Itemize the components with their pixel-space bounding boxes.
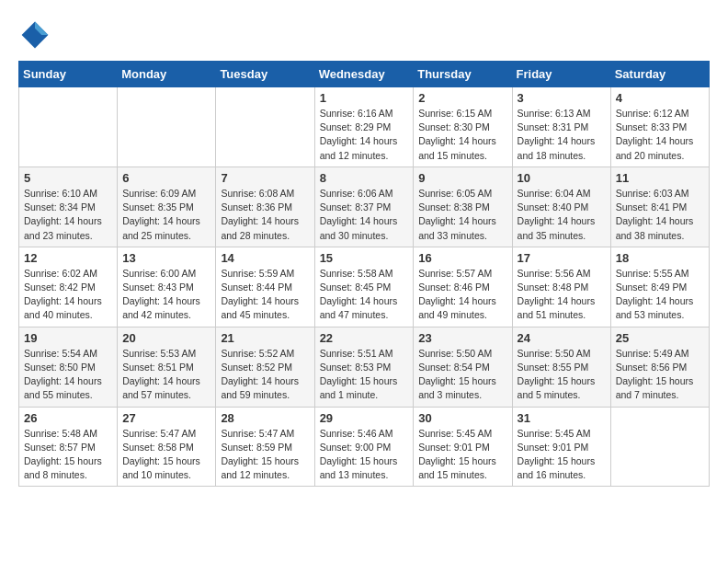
day-info: Sunrise: 6:12 AMSunset: 8:33 PMDaylight:… (616, 107, 704, 163)
day-info: Sunrise: 6:03 AMSunset: 8:41 PMDaylight:… (616, 187, 704, 243)
day-header-friday: Friday (512, 62, 610, 87)
day-number: 4 (616, 91, 704, 105)
day-info: Sunrise: 5:59 AMSunset: 8:44 PMDaylight:… (221, 267, 309, 323)
calendar-cell: 10Sunrise: 6:04 AMSunset: 8:40 PMDayligh… (512, 167, 610, 247)
day-number: 3 (518, 91, 606, 105)
day-header-wednesday: Wednesday (314, 62, 414, 87)
day-info: Sunrise: 5:48 AMSunset: 8:57 PMDaylight:… (24, 427, 112, 483)
calendar-cell: 5Sunrise: 6:10 AMSunset: 8:34 PMDaylight… (19, 167, 118, 247)
day-info: Sunrise: 5:47 AMSunset: 8:58 PMDaylight:… (122, 427, 210, 483)
calendar-cell: 17Sunrise: 5:56 AMSunset: 8:48 PMDayligh… (512, 247, 610, 327)
day-number: 2 (418, 91, 506, 105)
calendar-cell: 3Sunrise: 6:13 AMSunset: 8:31 PMDaylight… (512, 87, 610, 167)
logo-icon (18, 18, 51, 52)
day-info: Sunrise: 6:06 AMSunset: 8:37 PMDaylight:… (320, 187, 409, 243)
day-info: Sunrise: 5:47 AMSunset: 8:59 PMDaylight:… (221, 427, 309, 483)
calendar-cell: 12Sunrise: 6:02 AMSunset: 8:42 PMDayligh… (19, 247, 118, 327)
day-info: Sunrise: 5:57 AMSunset: 8:46 PMDaylight:… (418, 267, 506, 323)
day-info: Sunrise: 5:56 AMSunset: 8:48 PMDaylight:… (518, 267, 606, 323)
day-number: 1 (320, 91, 409, 105)
day-info: Sunrise: 5:50 AMSunset: 8:54 PMDaylight:… (418, 347, 506, 403)
day-header-monday: Monday (118, 62, 216, 87)
calendar-cell: 20Sunrise: 5:53 AMSunset: 8:51 PMDayligh… (118, 327, 216, 407)
day-info: Sunrise: 6:05 AMSunset: 8:38 PMDaylight:… (418, 187, 506, 243)
day-number: 11 (616, 171, 704, 185)
calendar-week-1: 1Sunrise: 6:16 AMSunset: 8:29 PMDaylight… (19, 87, 710, 167)
day-number: 10 (518, 171, 606, 185)
day-number: 25 (616, 331, 704, 345)
day-info: Sunrise: 6:15 AMSunset: 8:30 PMDaylight:… (418, 107, 506, 163)
calendar-cell: 2Sunrise: 6:15 AMSunset: 8:30 PMDaylight… (414, 87, 512, 167)
day-number: 16 (418, 251, 506, 265)
calendar-cell: 4Sunrise: 6:12 AMSunset: 8:33 PMDaylight… (610, 87, 709, 167)
day-number: 29 (320, 411, 409, 425)
calendar-cell (216, 87, 314, 167)
day-number: 21 (221, 331, 309, 345)
day-info: Sunrise: 5:45 AMSunset: 9:01 PMDaylight:… (518, 427, 606, 483)
day-number: 12 (24, 251, 112, 265)
day-info: Sunrise: 6:16 AMSunset: 8:29 PMDaylight:… (320, 107, 409, 163)
day-info: Sunrise: 5:46 AMSunset: 9:00 PMDaylight:… (320, 427, 409, 483)
day-info: Sunrise: 5:50 AMSunset: 8:55 PMDaylight:… (518, 347, 606, 403)
day-info: Sunrise: 5:53 AMSunset: 8:51 PMDaylight:… (122, 347, 210, 403)
day-number: 27 (122, 411, 210, 425)
calendar-cell: 18Sunrise: 5:55 AMSunset: 8:49 PMDayligh… (610, 247, 709, 327)
calendar-week-4: 19Sunrise: 5:54 AMSunset: 8:50 PMDayligh… (19, 327, 710, 407)
day-info: Sunrise: 6:08 AMSunset: 8:36 PMDaylight:… (221, 187, 309, 243)
day-info: Sunrise: 6:04 AMSunset: 8:40 PMDaylight:… (518, 187, 606, 243)
calendar-cell: 19Sunrise: 5:54 AMSunset: 8:50 PMDayligh… (19, 327, 118, 407)
day-info: Sunrise: 6:10 AMSunset: 8:34 PMDaylight:… (24, 187, 112, 243)
day-number: 6 (122, 171, 210, 185)
day-number: 23 (418, 331, 506, 345)
calendar-cell: 9Sunrise: 6:05 AMSunset: 8:38 PMDaylight… (414, 167, 512, 247)
day-info: Sunrise: 5:52 AMSunset: 8:52 PMDaylight:… (221, 347, 309, 403)
day-info: Sunrise: 5:49 AMSunset: 8:56 PMDaylight:… (616, 347, 704, 403)
calendar-cell: 25Sunrise: 5:49 AMSunset: 8:56 PMDayligh… (610, 327, 709, 407)
day-info: Sunrise: 6:09 AMSunset: 8:35 PMDaylight:… (122, 187, 210, 243)
calendar-cell: 23Sunrise: 5:50 AMSunset: 8:54 PMDayligh… (414, 327, 512, 407)
day-number: 20 (122, 331, 210, 345)
day-header-sunday: Sunday (19, 62, 118, 87)
day-header-saturday: Saturday (610, 62, 709, 87)
calendar-cell: 11Sunrise: 6:03 AMSunset: 8:41 PMDayligh… (610, 167, 709, 247)
day-info: Sunrise: 6:13 AMSunset: 8:31 PMDaylight:… (518, 107, 606, 163)
calendar-cell: 21Sunrise: 5:52 AMSunset: 8:52 PMDayligh… (216, 327, 314, 407)
calendar-cell: 24Sunrise: 5:50 AMSunset: 8:55 PMDayligh… (512, 327, 610, 407)
day-header-thursday: Thursday (414, 62, 512, 87)
calendar-cell: 27Sunrise: 5:47 AMSunset: 8:58 PMDayligh… (118, 407, 216, 487)
day-number: 26 (24, 411, 112, 425)
calendar-cell: 7Sunrise: 6:08 AMSunset: 8:36 PMDaylight… (216, 167, 314, 247)
calendar-cell: 14Sunrise: 5:59 AMSunset: 8:44 PMDayligh… (216, 247, 314, 327)
day-number: 18 (616, 251, 704, 265)
calendar-week-5: 26Sunrise: 5:48 AMSunset: 8:57 PMDayligh… (19, 407, 710, 487)
calendar-cell: 6Sunrise: 6:09 AMSunset: 8:35 PMDaylight… (118, 167, 216, 247)
day-number: 31 (518, 411, 606, 425)
page-header (18, 18, 710, 52)
calendar-cell (610, 407, 709, 487)
calendar-header-row: SundayMondayTuesdayWednesdayThursdayFrid… (19, 62, 710, 87)
day-number: 9 (418, 171, 506, 185)
day-number: 17 (518, 251, 606, 265)
calendar-cell: 26Sunrise: 5:48 AMSunset: 8:57 PMDayligh… (19, 407, 118, 487)
day-number: 5 (24, 171, 112, 185)
day-number: 28 (221, 411, 309, 425)
calendar-week-2: 5Sunrise: 6:10 AMSunset: 8:34 PMDaylight… (19, 167, 710, 247)
day-number: 24 (518, 331, 606, 345)
day-info: Sunrise: 5:51 AMSunset: 8:53 PMDaylight:… (320, 347, 409, 403)
day-number: 13 (122, 251, 210, 265)
day-number: 30 (418, 411, 506, 425)
day-info: Sunrise: 5:55 AMSunset: 8:49 PMDaylight:… (616, 267, 704, 323)
logo (18, 18, 57, 52)
day-info: Sunrise: 5:54 AMSunset: 8:50 PMDaylight:… (24, 347, 112, 403)
day-info: Sunrise: 6:02 AMSunset: 8:42 PMDaylight:… (24, 267, 112, 323)
day-number: 15 (320, 251, 409, 265)
day-info: Sunrise: 5:58 AMSunset: 8:45 PMDaylight:… (320, 267, 409, 323)
day-header-tuesday: Tuesday (216, 62, 314, 87)
calendar-cell: 8Sunrise: 6:06 AMSunset: 8:37 PMDaylight… (314, 167, 414, 247)
calendar-cell: 28Sunrise: 5:47 AMSunset: 8:59 PMDayligh… (216, 407, 314, 487)
calendar-cell (19, 87, 118, 167)
day-number: 22 (320, 331, 409, 345)
calendar-cell: 29Sunrise: 5:46 AMSunset: 9:00 PMDayligh… (314, 407, 414, 487)
day-number: 19 (24, 331, 112, 345)
calendar-cell: 22Sunrise: 5:51 AMSunset: 8:53 PMDayligh… (314, 327, 414, 407)
